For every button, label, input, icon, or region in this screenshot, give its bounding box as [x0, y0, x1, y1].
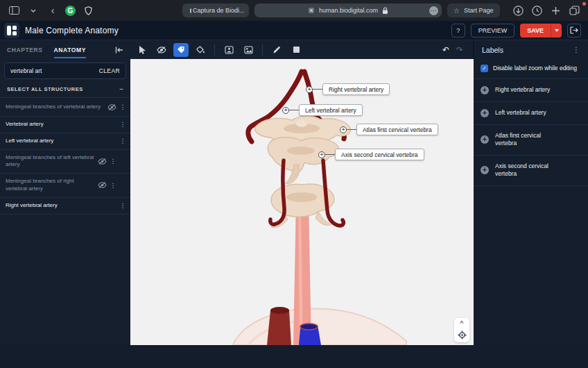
save-button[interactable]: SAVE	[520, 24, 551, 37]
structure-row[interactable]: Meningeal branches of left vertebral art…	[0, 150, 130, 174]
search-input[interactable]	[10, 67, 99, 74]
kebab-menu-icon[interactable]: ⋮	[119, 121, 126, 128]
collapse-sidebar-icon[interactable]	[115, 47, 123, 53]
label-list-item[interactable]: + Axis second cervical vertebra	[474, 156, 588, 186]
viewport-label[interactable]: + Axis second cervical vertebra	[318, 149, 424, 160]
shield-icon[interactable]	[81, 3, 95, 17]
tab-anatomy[interactable]: ANATOMY	[54, 42, 86, 58]
collapse-nav-icon[interactable]: ^	[460, 321, 463, 325]
edit-toolbar: ↶ ↷	[130, 40, 473, 59]
sidebar-toggle-icon[interactable]	[7, 3, 21, 17]
star-icon: ☆	[453, 7, 460, 15]
toolbar-separator	[214, 44, 215, 56]
exit-icon	[570, 26, 578, 34]
label-list-item[interactable]: + Atlas first cervical vertebra	[474, 125, 588, 156]
reader-badge-icon[interactable]: ···	[429, 6, 438, 15]
add-circle-icon[interactable]: +	[481, 109, 489, 117]
exit-button[interactable]	[567, 24, 581, 37]
add-circle-icon[interactable]: +	[481, 135, 489, 144]
labels-panel: Labels ⋮ ✓ Disable label zoom while edit…	[474, 40, 588, 345]
app-header: Male Complete Anatomy ? PREVIEW SAVE	[0, 21, 588, 40]
eye-off-icon[interactable]	[107, 102, 116, 112]
viewport-nav-control: ^	[454, 318, 469, 342]
kebab-menu-icon[interactable]: ⋮	[573, 46, 580, 53]
grammarly-icon[interactable]: G	[65, 6, 76, 16]
label-connector	[313, 89, 322, 90]
kebab-menu-icon[interactable]: ⋮	[119, 202, 126, 209]
extension-icon	[308, 7, 315, 14]
hide-tool[interactable]	[154, 43, 169, 57]
image-tool[interactable]	[241, 43, 256, 57]
label-pin-icon[interactable]: +	[318, 151, 325, 158]
history-icon[interactable]	[530, 3, 544, 17]
footer-strip	[0, 345, 588, 368]
editor-center: ↶ ↷	[130, 40, 474, 345]
label-list-item[interactable]: + Left vertebral artery	[474, 102, 588, 125]
checkbox-checked-icon[interactable]: ✓	[481, 65, 488, 72]
label-pin-icon[interactable]: +	[306, 86, 313, 93]
structure-search: CLEAR	[4, 62, 126, 79]
preview-button[interactable]: PREVIEW	[471, 24, 515, 37]
lock-icon	[382, 7, 388, 15]
label-pin-icon[interactable]: +	[340, 126, 347, 133]
select-all-row[interactable]: SELECT ALL STRUCTURES −	[0, 82, 130, 98]
biodigital-logo-icon[interactable]	[4, 23, 19, 38]
label-connector	[325, 154, 335, 156]
structure-row[interactable]: Left vertebral artery ⋮	[0, 133, 130, 150]
structure-row[interactable]: Right vertebral artery ⋮	[0, 198, 130, 215]
structure-row[interactable]: Meningeal branches of vertebral artery ⋮	[0, 98, 130, 117]
redo-icon[interactable]: ↷	[456, 45, 463, 55]
tab-title: Captura de Biodi...	[193, 7, 245, 14]
add-circle-icon[interactable]: +	[481, 86, 489, 94]
center-view-icon[interactable]	[458, 331, 467, 340]
disable-zoom-row[interactable]: ✓ Disable label zoom while editing	[474, 59, 588, 79]
eye-off-icon[interactable]	[97, 156, 107, 166]
select-all-label: SELECT ALL STRUCTURES	[7, 86, 83, 92]
chevron-down-icon[interactable]	[26, 3, 40, 17]
kebab-menu-icon[interactable]: ⋮	[110, 182, 116, 189]
browser-tab[interactable]: Captura de Biodi...	[182, 3, 249, 17]
kebab-menu-icon[interactable]: ⋮	[119, 137, 126, 144]
address-bar[interactable]: human.biodigital.com ···	[254, 3, 442, 17]
paint-tool[interactable]	[193, 43, 208, 57]
viewport-label[interactable]: + Left vertebral artery	[282, 104, 363, 116]
toolbar-separator	[262, 44, 263, 56]
viewport-label[interactable]: + Atlas first cervical vertebra	[340, 124, 438, 135]
label-tool[interactable]	[173, 43, 189, 57]
help-button[interactable]: ?	[451, 24, 465, 37]
label-connector	[289, 110, 299, 111]
kebab-menu-icon[interactable]: ⋮	[119, 103, 126, 110]
new-tab-icon[interactable]	[548, 3, 562, 17]
kebab-menu-icon[interactable]: ⋮	[110, 158, 116, 165]
notification-dot	[582, 2, 586, 6]
page-title: Male Complete Anatomy	[25, 26, 119, 35]
draw-tool[interactable]	[269, 43, 284, 57]
clear-search-button[interactable]: CLEAR	[99, 67, 120, 74]
save-dropdown-button[interactable]	[551, 24, 562, 37]
url-text: human.biodigital.com	[319, 7, 378, 14]
start-page-tab[interactable]: ☆ Start Page	[447, 3, 500, 17]
labels-panel-title: Labels	[482, 46, 503, 54]
anatomy-viewport[interactable]: + Right vertebral artery + Left vertebra…	[130, 59, 474, 345]
downloads-icon[interactable]	[511, 3, 525, 17]
tab-chapters[interactable]: CHAPTERS	[7, 42, 43, 58]
back-icon[interactable]: ‹	[46, 3, 60, 17]
start-page-label: Start Page	[464, 7, 494, 14]
scene-view-tool[interactable]	[221, 43, 236, 57]
select-tool[interactable]	[135, 43, 150, 57]
tab-overview-icon[interactable]	[567, 3, 581, 17]
label-list-item[interactable]: + Right vertebral artery	[474, 79, 588, 102]
browser-chrome: ‹ G Captura de Biodi... human.biodigital…	[0, 0, 588, 21]
structure-list: Meningeal branches of vertebral artery ⋮…	[0, 98, 130, 345]
caret-down-icon	[555, 29, 559, 32]
viewport-label[interactable]: + Right vertebral artery	[306, 83, 390, 95]
structures-sidebar: CHAPTERS ANATOMY CLEAR SELECT ALL STRUCT…	[0, 40, 130, 345]
add-circle-icon[interactable]: +	[481, 166, 489, 174]
label-pin-icon[interactable]: +	[282, 107, 289, 114]
structure-row[interactable]: Vertebral artery ⋮	[0, 117, 130, 133]
eye-off-icon[interactable]	[97, 181, 107, 190]
shape-tool[interactable]	[288, 43, 304, 57]
collapse-section-icon[interactable]: −	[119, 85, 123, 93]
structure-row[interactable]: Meningeal branches of right vertebral ar…	[0, 174, 130, 198]
undo-icon[interactable]: ↶	[442, 45, 449, 55]
